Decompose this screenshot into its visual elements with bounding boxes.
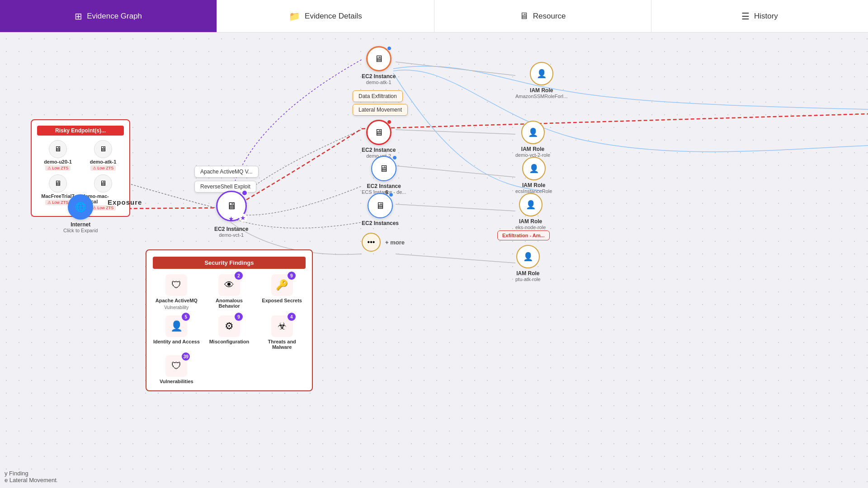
tab-history[interactable]: ☰ History <box>651 0 868 32</box>
risky-item[interactable]: 🖥 demo-u20-1 ⚠ Low ZTS <box>37 140 79 171</box>
iam-role-demo-vct-2[interactable]: 👤 IAM Role demo-vct-2-role <box>515 121 550 158</box>
iam-icon: 👤 <box>522 157 546 180</box>
iam-icon: 👤 <box>521 121 545 144</box>
risky-box-header: Risky Endpoint(s)... <box>37 126 124 136</box>
security-item-secrets[interactable]: 🔑 9 Exposed Secrets <box>258 274 306 310</box>
endpoint-icon: 🖥 <box>94 174 112 192</box>
exposure-label: Exposure <box>108 198 142 206</box>
internet-node[interactable]: 🌐 Internet Click to Expand <box>63 194 98 233</box>
security-findings-grid: 🛡 Apache ActiveMQ Vulnerability 👁 2 Anom… <box>153 274 306 384</box>
ec2-ecs-instance[interactable]: 🖥 EC2 Instance ECS Instance - de... <box>362 156 406 195</box>
folder-icon: 📁 <box>289 11 300 22</box>
anomalous-icon: 👁 2 <box>218 274 240 296</box>
exfiltration-label[interactable]: Exfiltration - Am... <box>497 230 550 240</box>
iam-role-eks[interactable]: 👤 IAM Role eks-node-role <box>515 193 546 230</box>
bottom-legend: y Finding e Lateral Movement <box>5 470 57 483</box>
security-item-misconfig[interactable]: ⚙ 9 Misconfiguration <box>206 315 253 350</box>
endpoint-icon: 🖥 <box>49 174 67 192</box>
internet-icon: 🌐 <box>68 194 93 220</box>
security-item-identity[interactable]: 👤 5 Identity and Access <box>153 315 200 350</box>
svg-line-6 <box>396 254 515 263</box>
risky-item[interactable]: 🖥 demo-atk-1 ⚠ Low ZTS <box>82 140 124 171</box>
connections-svg <box>0 33 868 488</box>
apache-activemq-popup[interactable]: Apache ActiveMQ V... <box>194 166 259 178</box>
more-icon: ••• <box>362 233 381 252</box>
identity-icon: 👤 5 <box>165 315 187 337</box>
security-item-anomalous[interactable]: 👁 2 Anomalous Behavior <box>206 274 253 310</box>
threats-icon: ☣ 4 <box>271 315 293 337</box>
header: ⊞ Evidence Graph 📁 Evidence Details 🖥 Re… <box>0 0 868 33</box>
vuln-icon: 🛡 39 <box>165 355 187 377</box>
monitor-icon: 🖥 <box>519 11 528 21</box>
security-findings-box: Security Findings 🛡 Apache ActiveMQ Vuln… <box>146 249 313 391</box>
ec2-demo-vct-2[interactable]: 🖥 EC2 Instance demo-vct-2 <box>362 120 396 159</box>
svg-line-4 <box>396 166 515 177</box>
svg-line-1 <box>362 114 868 129</box>
ec2-icon: 🖥 <box>366 46 392 71</box>
lateral-movement-label: Lateral Movement <box>353 104 408 116</box>
ec2-icon: 🖥 6 <box>368 193 393 218</box>
iam-icon: 👤 <box>516 245 540 268</box>
security-item-threats[interactable]: ☣ 4 Threats and Malware <box>258 315 306 350</box>
endpoint-icon: 🖥 <box>94 140 112 158</box>
security-item-apache[interactable]: 🛡 Apache ActiveMQ Vulnerability <box>153 274 200 310</box>
misconfig-icon: ⚙ 9 <box>218 315 240 337</box>
graph-canvas: Risky Endpoint(s)... 🖥 demo-u20-1 ⚠ Low … <box>0 33 868 488</box>
tab-evidence-graph[interactable]: ⊞ Evidence Graph <box>0 0 217 32</box>
endpoint-icon: 🖥 <box>49 140 67 158</box>
ec2-icon: 🖥 <box>371 156 396 181</box>
ec2-instances-6[interactable]: 🖥 6 EC2 Instances <box>362 193 399 226</box>
tab-resource[interactable]: 🖥 Resource <box>434 0 651 32</box>
iam-role-ptu-atk[interactable]: 👤 IAM Role ptu-atk-role <box>515 245 541 282</box>
grid-icon: ⊞ <box>75 11 82 22</box>
secrets-icon: 🔑 9 <box>271 274 293 296</box>
security-findings-header: Security Findings <box>153 257 306 269</box>
svg-line-5 <box>396 204 515 211</box>
data-exfiltration-label: Data Exfiltration <box>353 90 403 102</box>
main-ec2-icon: 🖥 ★ <box>216 191 247 221</box>
ec2-icon: 🖥 <box>366 120 392 145</box>
iam-role-ecs[interactable]: 👤 IAM Role ecsInstanceRole <box>515 157 552 194</box>
main-ec2-node[interactable]: 🖥 ★ EC2 Instance demo-vct-1 <box>214 191 248 238</box>
iam-role-amazon-ssm[interactable]: 👤 IAM Role AmazonSSMRoleForI... <box>515 62 568 99</box>
svg-line-2 <box>396 62 515 75</box>
apache-icon: 🛡 <box>165 274 187 296</box>
iam-icon: 👤 <box>530 62 553 85</box>
tab-evidence-details[interactable]: 📁 Evidence Details <box>217 0 434 32</box>
iam-icon: 👤 <box>519 193 542 216</box>
security-item-vuln[interactable]: 🛡 39 Vulnerabilities <box>153 355 200 384</box>
ec2-demo-atk-1[interactable]: 🖥 EC2 Instance demo-atk-1 <box>362 46 396 85</box>
more-node[interactable]: ••• + more <box>362 233 405 252</box>
menu-icon: ☰ <box>741 11 750 22</box>
svg-line-3 <box>396 130 515 134</box>
